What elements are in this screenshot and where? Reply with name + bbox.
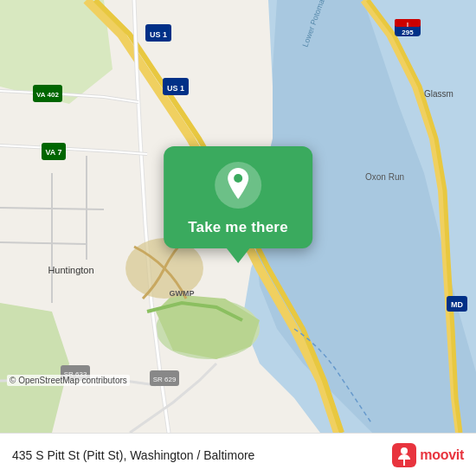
svg-text:US 1: US 1 — [150, 30, 167, 39]
svg-text:SR 629: SR 629 — [153, 376, 177, 383]
svg-point-32 — [401, 447, 408, 454]
popup-tail — [226, 248, 250, 263]
svg-text:MD: MD — [451, 300, 463, 309]
copyright-text: © OpenStreetMap contributors — [7, 375, 130, 386]
moovit-logo: moovit — [392, 443, 464, 467]
svg-text:Huntington: Huntington — [48, 265, 93, 275]
location-pin-icon — [224, 168, 252, 203]
svg-text:US 1: US 1 — [167, 84, 184, 93]
popup-overlay: Take me there — [164, 146, 312, 263]
svg-text:Glassm: Glassm — [424, 89, 453, 99]
moovit-icon — [392, 443, 416, 467]
location-address: 435 S Pitt St (Pitt St), Washington / Ba… — [12, 448, 392, 462]
svg-text:VA 402: VA 402 — [36, 91, 59, 99]
svg-text:VA 7: VA 7 — [45, 148, 61, 157]
moovit-brand-text: moovit — [420, 447, 464, 463]
svg-text:GWMP: GWMP — [170, 289, 195, 298]
popup-card: Take me there — [164, 146, 312, 248]
map-container: US 1 US 1 VA 402 VA 7 I 295 SR 633 SR 62… — [0, 0, 476, 433]
svg-text:295: 295 — [402, 29, 414, 36]
svg-point-30 — [234, 174, 242, 183]
take-me-there-button[interactable]: Take me there — [188, 219, 288, 236]
bottom-bar: 435 S Pitt St (Pitt St), Washington / Ba… — [0, 433, 476, 476]
svg-text:I: I — [407, 22, 408, 28]
svg-text:Oxon Run: Oxon Run — [365, 172, 404, 182]
location-icon-wrapper — [215, 162, 261, 209]
